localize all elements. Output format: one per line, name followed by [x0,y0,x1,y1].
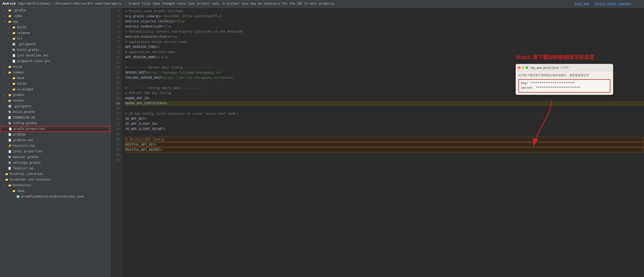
sidebar-item-gitignore[interactable]: 🔤 .gitignore [0,42,110,47]
sidebar-item-tasklist[interactable]: 📝 TaskList.md [0,166,110,171]
ignore-changes-button[interactable]: Ignore these changes [594,2,631,6]
arrow-icon [8,82,11,85]
sidebar-item-build-gradle-root[interactable]: 🐘 build.gradle [0,109,110,115]
arrow-icon [8,37,11,40]
line-numbers: 1 2 3 4 5 6 7 8 9 10 11 12 13 14 15 16 1… [110,8,122,277]
properties-icon: 📄 [8,127,12,131]
sidebar-item-gradle-root[interactable]: 📁 gradle [0,92,110,98]
code-line-29 [125,152,644,157]
sidebar-item-gradle-properties[interactable]: 📄 gradle.properties [0,126,110,132]
code-line-7: # application build version code [125,39,644,45]
sidebar-item-label: External Libraries [10,172,43,176]
code-line-23: IM_APP_CLIENT_ID= [125,122,644,127]
file-icon: 📄 [8,133,12,137]
code-line-8: APP_VERSION_CODE=5 [125,45,644,50]
code-line-6: android.enableJetifier=true [125,34,644,39]
arrow-icon [4,99,7,102]
main-layout: 📁 .gradle 📁 .idea 📂 app 📁 build 📁 releas… [0,8,644,277]
check-icon: ✓ [639,1,641,6]
code-line-4: android.useAndroidX=true [125,24,644,29]
sidebar-item-gradle[interactable]: 📁 .gradle [0,8,110,13]
sidebar-item-config-gradle[interactable]: 🐘 config.gradle [0,121,110,126]
line-num-26: 26 [110,137,122,142]
sidebar-item-external-libraries[interactable]: 📁 External Libraries [0,171,110,177]
line-num-2: 2 [110,14,122,19]
line-num-21: 21 [110,111,122,116]
sidebar-item-ui-widget[interactable]: 📁 ui-widget [0,87,110,92]
sidebar-item-release[interactable]: 📁 release [0,30,110,36]
sidebar-item-label: local.properties [13,150,42,153]
sidebar-item-extensions[interactable]: 📁 Extensions [0,183,110,188]
sidebar-item-label: Extensions [13,184,31,187]
xml-icon: 📄 [12,54,16,58]
code-line-17: # RTM RTC SDK key Config [125,91,644,96]
sidebar-item-scratches[interactable]: 📁 Scratches and Consoles [0,177,110,183]
sidebar-item-app[interactable]: 📂 app [0,19,110,25]
sidebar-item-src[interactable]: 📁 src [0,36,110,42]
sidebar-item-changelog[interactable]: 📝 CHANGELOG.md [0,115,110,121]
folder-icon: 📁 [8,93,12,97]
sidebar-item-label: TaskList.md [13,167,33,170]
sidebar-item-label: build [17,82,26,86]
sidebar: 📁 .gradle 📁 .idea 📂 app 📁 build 📁 releas… [0,8,110,277]
arrow-icon [4,15,7,18]
sidebar-item-local-properties[interactable]: 📄 local.properties [0,149,110,154]
gradle-icon: 🐘 [8,110,12,114]
sync-now-button[interactable]: Sync Now [574,2,589,6]
md-icon: 📝 [8,116,12,120]
sidebar-item-settings-gradle[interactable]: 🐘 settings.gradle [0,160,110,166]
folder-icon: 📁 [5,178,9,182]
code-line-30 [125,157,644,163]
sidebar-item-label: .idea [13,14,22,18]
folder-icon: 📁 [8,8,12,13]
sidebar-item-gradlew[interactable]: 📄 gradlew [0,132,110,137]
sidebar-item-label: proguard-rules.pro [17,60,50,63]
sidebar-item-common[interactable]: 📂 common [0,70,110,75]
folder-icon: 📁 [12,87,16,92]
sidebar-item-common-build[interactable]: 📁 build [0,81,110,87]
editor-area: 1 2 3 4 5 6 7 8 9 10 11 12 13 14 15 16 1… [110,8,644,277]
code-line-18: AGORA_APP_ID= [125,96,644,101]
sidebar-item-label: CHANGELOG.md [13,116,35,120]
sidebar-item-modular-gradle[interactable]: 🐘 modular.gradle [0,154,110,160]
sidebar-item-label: Scratches and Consoles [10,178,50,182]
line-num-28: 28 [110,147,122,152]
key-icon: 🔑 [8,144,12,148]
code-line-26: # Restful API Config [125,137,644,142]
sidebar-item-build-root[interactable]: 📁 build [0,64,110,70]
sidebar-item-keystore[interactable]: 🔑 keystore.key [0,143,110,149]
sidebar-item-idea[interactable]: 📁 .idea [0,13,110,19]
code-line-25 [125,132,644,137]
sidebar-item-label: scenes [13,99,24,103]
sidebar-item-java[interactable]: 📁 Java [0,188,110,194]
sidebar-item-label: gradlew [13,133,26,136]
sidebar-item-label: build.gradle [17,48,39,52]
line-num-22: 22 [110,116,122,122]
code-line-19: AGORA_APP_CERTIFICATE= [125,101,644,106]
gradle-icon: 🐘 [8,121,12,125]
line-num-18: 18 [110,96,122,101]
sidebar-item-build-gradle[interactable]: 🐘 build.gradle [0,47,110,53]
code-editor[interactable]: # Project-wide Gradle settings. org.grad… [122,8,644,277]
arrow-icon [4,94,7,97]
sidebar-item-app-build[interactable]: 📁 build [0,25,110,30]
line-num-16: 16 [110,86,122,91]
editor-content: 1 2 3 4 5 6 7 8 9 10 11 12 13 14 15 16 1… [110,8,644,277]
sidebar-item-label: app [13,20,18,24]
sidebar-item-base[interactable]: 📁 base [0,75,110,81]
sidebar-item-proguard[interactable]: 📄 proguard-rules.pro [0,58,110,64]
line-num-23: 23 [110,122,122,127]
folder-icon: 📂 [8,71,12,75]
line-num-25: 25 [110,132,122,137]
line-num-15: 15 [110,81,122,86]
sidebar-item-gitignore-root[interactable]: 🔤 .gitignore [0,104,110,109]
file-icon: 🔤 [16,195,20,199]
sidebar-item-predefined[interactable]: 🔤 predefinedExternalAnnotations.json [0,194,110,200]
folder-icon: 📁 [12,31,16,35]
line-num-30: 30 [110,157,122,163]
sidebar-item-lint[interactable]: 📄 lint-baseline.xml [0,53,110,58]
sidebar-item-scenes[interactable]: 📂 scenes [0,98,110,104]
line-num-14: 14 [110,75,122,81]
sidebar-item-label: src [17,37,23,41]
sidebar-item-gradlew-bat[interactable]: 📄 gradlew.bat [0,137,110,143]
